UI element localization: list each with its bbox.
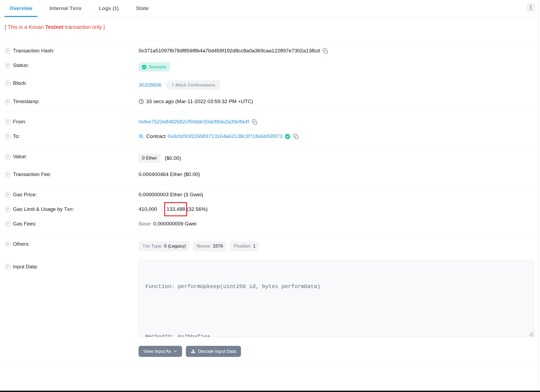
status-label: Status:	[13, 62, 29, 68]
tab-logs[interactable]: Logs (1)	[94, 0, 124, 17]
gas-used-value-highlighted: 133,488	[167, 206, 185, 212]
row-transaction-hash: ? Transaction Hash: 0x371a51097fb78df856…	[5, 43, 535, 58]
decode-input-data-button[interactable]: Decode Input Data	[186, 346, 241, 357]
gas-separator: |	[161, 206, 163, 212]
position-value: 1	[253, 244, 256, 249]
gas-used-percent: (32.56%)	[187, 206, 207, 212]
to-contract-word: Contract	[146, 133, 166, 139]
input-data-textarea[interactable]: Function: performUpkeep(uint256 id, byte…	[139, 260, 534, 337]
row-status: ? Status: Success	[5, 58, 535, 76]
view-input-as-button[interactable]: View Input As	[139, 346, 182, 357]
transaction-fee-label: Transaction Fee:	[13, 171, 51, 177]
scrollbar-track-edge	[538, 0, 538, 392]
decode-icon	[191, 349, 196, 354]
help-icon[interactable]: ?	[5, 134, 11, 139]
kebab-icon	[530, 5, 531, 6]
transaction-hash-value: 0x371a51097fb78df856f8b4a7bd459f192d8cc8…	[139, 48, 320, 54]
help-icon[interactable]: ?	[5, 48, 11, 54]
divider	[5, 366, 535, 366]
gas-limit-value: 410,000	[139, 206, 157, 212]
help-icon[interactable]: ?	[5, 241, 11, 247]
base-fee-label: Base:	[139, 221, 152, 227]
gas-price-label: Gas Price:	[13, 192, 37, 198]
nonce-badge: Nonce: 3376	[193, 241, 227, 251]
kebab-menu-button[interactable]	[526, 3, 535, 12]
resize-grip-icon[interactable]	[529, 332, 533, 336]
tab-overview[interactable]: Overview	[4, 0, 38, 17]
help-icon[interactable]: ?	[5, 192, 11, 198]
row-transaction-fee: ? Transaction Fee: 0.000400464 Ether ($0…	[5, 167, 535, 182]
gas-fees-label: Gas Fees:	[13, 221, 37, 227]
row-gas-limit-usage: ? Gas Limit & Usage by Txn: 410,000 | 13…	[5, 202, 535, 217]
caret-down-icon	[174, 350, 177, 353]
help-icon[interactable]: ?	[5, 119, 11, 125]
row-to: ? To: Contract 0x4cb093f226983713164a621…	[5, 129, 535, 144]
status-value: Success	[149, 64, 166, 70]
txn-type-value: 0 (Legacy)	[164, 244, 186, 249]
block-confirmations-badge: 7 Block Confirmations	[165, 80, 220, 90]
testnet-notice: [ This is a Kovan Testnet transaction on…	[5, 24, 535, 30]
input-function-line: Function: performUpkeep(uint256 id, byte…	[145, 282, 528, 291]
testnet-notice-prefix: [ This is a Kovan	[5, 24, 45, 30]
zoom-in-icon[interactable]	[139, 134, 144, 139]
row-value: ? Value: 0 Ether ($0.00)	[5, 149, 535, 167]
nonce-value: 3376	[213, 244, 223, 249]
row-block: ? Block: 30328606 7 Block Confirmations	[5, 76, 535, 94]
position-label: Position:	[234, 244, 251, 249]
help-icon[interactable]: ?	[5, 264, 11, 270]
block-number-link[interactable]: 30328606	[139, 82, 162, 88]
value-usd: ($0.00)	[165, 155, 181, 161]
from-address-link[interactable]: 0xfee7522e8482682cf50ddc50a0f8da2a39effa…	[139, 119, 249, 125]
txn-type-label: Txn Type:	[142, 244, 162, 249]
copy-icon[interactable]	[323, 48, 328, 54]
gas-limit-label: Gas Limit & Usage by Txn:	[13, 206, 74, 212]
verified-check-icon	[285, 134, 290, 139]
help-icon[interactable]: ?	[5, 172, 11, 177]
position-badge: Position: 1	[230, 241, 259, 251]
base-fee-value: 0.000000009 Gwei	[153, 221, 197, 227]
footer-bar	[0, 391, 540, 392]
clock-icon	[139, 99, 144, 104]
others-label: Others:	[13, 241, 30, 247]
tab-bar: Overview Internal Txns Logs (1) State	[0, 0, 540, 17]
from-label: From:	[13, 119, 26, 125]
tab-state[interactable]: State	[131, 0, 154, 17]
value-label: Value:	[13, 154, 27, 160]
transaction-hash-label: Transaction Hash:	[13, 48, 54, 54]
testnet-notice-bold: Testnet	[45, 24, 63, 30]
help-icon[interactable]: ?	[5, 154, 11, 160]
timestamp-value: 33 secs ago (Mar-11-2022 03:59:32 PM +UT…	[146, 99, 253, 104]
status-badge: Success	[139, 62, 170, 72]
help-icon[interactable]: ?	[5, 221, 11, 227]
copy-icon[interactable]	[293, 134, 299, 139]
help-icon[interactable]: ?	[5, 99, 11, 104]
nonce-label: Nonce:	[197, 244, 211, 249]
timestamp-label: Timestamp:	[13, 99, 40, 104]
testnet-notice-suffix: transaction only ]	[63, 24, 105, 30]
row-others: ? Others: Txn Type: 0 (Legacy) Nonce: 33…	[5, 237, 535, 256]
row-timestamp: ? Timestamp: 33 secs ago (Mar-11-2022 03…	[5, 94, 535, 109]
copy-icon[interactable]	[252, 119, 257, 125]
tab-internal-txns[interactable]: Internal Txns	[45, 0, 87, 17]
success-check-icon	[142, 65, 147, 70]
block-label: Block:	[13, 80, 27, 86]
transaction-fee-value: 0.000400464 Ether ($0.00)	[139, 171, 200, 177]
help-icon[interactable]: ?	[5, 80, 11, 86]
row-gas-fees: ? Gas Fees: Base: 0.000000009 Gwei	[5, 217, 535, 231]
input-methodid-line: MethodID: 0x7bbaf1ea	[145, 333, 528, 337]
gas-price-value: 0.000000003 Ether (3 Gwei)	[139, 192, 203, 198]
input-data-label: Input Data:	[13, 264, 38, 270]
row-input-data: ? Input Data: Function: performUpkeep(ui…	[5, 256, 535, 342]
value-ether-badge: 0 Ether	[139, 154, 160, 163]
help-icon[interactable]: ?	[5, 207, 11, 212]
row-gas-price: ? Gas Price: 0.000000003 Ether (3 Gwei)	[5, 187, 535, 202]
help-icon[interactable]: ?	[5, 63, 11, 68]
row-from: ? From: 0xfee7522e8482682cf50ddc50a0f8da…	[5, 114, 535, 129]
txn-type-badge: Txn Type: 0 (Legacy)	[139, 241, 190, 251]
to-address-link[interactable]: 0x4cb093f226983713164a62138c3f718a5b595f…	[168, 133, 283, 139]
to-label: To:	[13, 133, 20, 139]
transaction-overview-page: Overview Internal Txns Logs (1) State [ …	[0, 0, 540, 392]
